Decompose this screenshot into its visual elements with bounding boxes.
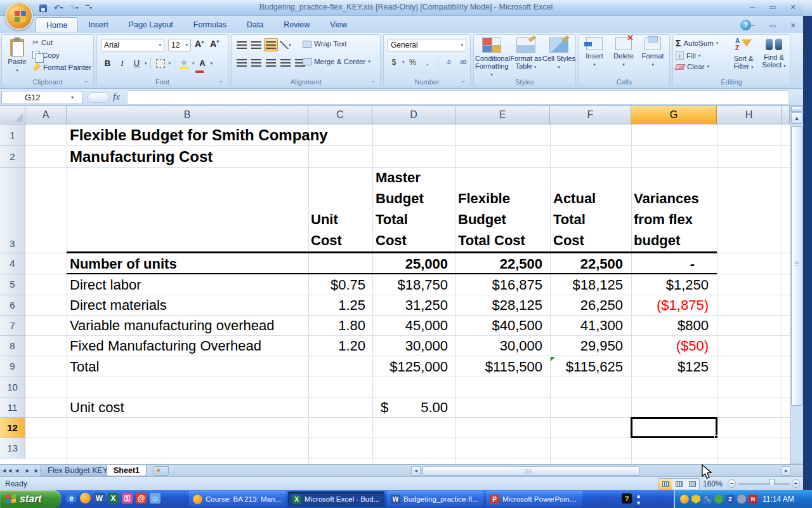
cut-button[interactable]: ✂Cut xyxy=(32,38,91,47)
tab-home[interactable]: Home xyxy=(36,17,78,32)
column-header-f[interactable]: F xyxy=(550,106,631,124)
page-break-view-button[interactable] xyxy=(686,479,699,490)
help-taskbar-icon[interactable]: ? xyxy=(622,493,632,504)
cell-b11[interactable]: Unit cost xyxy=(70,398,124,418)
zoom-slider-track[interactable] xyxy=(738,483,790,485)
tab-formulas[interactable]: Formulas xyxy=(183,17,237,32)
tab-insert[interactable]: Insert xyxy=(78,17,118,32)
cell-d3[interactable]: Master Budget Total Cost xyxy=(376,168,424,251)
cell-g5[interactable]: $1,250 xyxy=(631,274,709,295)
cell-d8[interactable]: 30,000 xyxy=(372,336,448,356)
scroll-right-arrow[interactable]: ► xyxy=(782,466,791,476)
scroll-left-arrow[interactable]: ◄ xyxy=(411,466,421,476)
column-header-g[interactable]: G xyxy=(631,106,717,124)
key-icon[interactable]: ⚿ xyxy=(122,493,133,504)
fill-button[interactable]: ↓Fill▾ xyxy=(676,51,718,60)
decrease-decimal-button[interactable]: .00 xyxy=(457,56,469,69)
font-color-button[interactable]: A xyxy=(196,57,209,70)
scrollbar-split-handle[interactable] xyxy=(791,106,802,112)
row-header-13[interactable]: 13 xyxy=(0,438,25,458)
tab-page-layout[interactable]: Page Layout xyxy=(119,17,183,32)
row-header-4[interactable]: 4 xyxy=(0,253,25,274)
cell-d11[interactable]: 5.00 xyxy=(372,398,448,418)
first-sheet-button[interactable]: ◄◄ xyxy=(1,466,11,476)
cell-d5[interactable]: $18,750 xyxy=(372,274,448,295)
cell-b7[interactable]: Variable manufacturing overhead xyxy=(70,316,274,336)
cell-e8[interactable]: 30,000 xyxy=(455,336,542,356)
column-header-d[interactable]: D xyxy=(372,106,455,124)
messenger-icon[interactable]: ☺ xyxy=(150,493,160,504)
taskbar-button-excel[interactable]: X Microsoft Excel - Bud... xyxy=(288,491,384,507)
bold-button[interactable]: B xyxy=(101,57,114,70)
cell-e7[interactable]: $40,500 xyxy=(455,316,542,336)
cell-d7[interactable]: 45,000 xyxy=(372,316,448,336)
selected-cell-g12[interactable] xyxy=(631,417,717,438)
cell-g6[interactable]: ($1,875) xyxy=(631,295,709,316)
fill-color-button[interactable] xyxy=(178,57,191,70)
grow-font-button[interactable]: A▴ xyxy=(195,39,204,49)
column-header-h[interactable]: H xyxy=(717,106,782,124)
row-header-5[interactable]: 5 xyxy=(0,274,25,295)
clear-button[interactable]: Clear▾ xyxy=(676,63,718,70)
cell-g4[interactable]: - xyxy=(631,253,695,274)
align-bottom-button[interactable] xyxy=(264,38,278,51)
number-dialog-launcher[interactable]: ⌐ xyxy=(462,78,469,85)
borders-button[interactable] xyxy=(154,57,167,70)
name-box-dropdown-icon[interactable]: ▾ xyxy=(71,95,74,100)
autosum-button[interactable]: ΣAutoSum▾ xyxy=(676,38,718,48)
row-header-7[interactable]: 7 xyxy=(0,316,25,336)
tray-z-icon[interactable]: Z xyxy=(726,495,735,504)
merge-center-button[interactable]: Merge & Center▾ xyxy=(303,58,370,65)
firefox-icon[interactable] xyxy=(80,493,91,504)
start-button[interactable]: start xyxy=(0,490,61,508)
font-size-combo[interactable]: 12▾ xyxy=(168,39,191,51)
sort-filter-button[interactable]: AZ Sort & Filter ▾ xyxy=(729,37,758,71)
column-header-a[interactable]: A xyxy=(25,106,67,124)
zoom-level[interactable]: 160% xyxy=(703,479,723,488)
font-dialog-launcher[interactable]: ⌐ xyxy=(219,78,226,85)
cell-c7[interactable]: 1.80 xyxy=(308,316,365,336)
row-header-1[interactable]: 1 xyxy=(0,124,25,146)
cell-f5[interactable]: $18,125 xyxy=(550,274,623,295)
select-all-corner[interactable] xyxy=(0,106,25,124)
fill-handle[interactable] xyxy=(714,435,718,439)
cell-d6[interactable]: 31,250 xyxy=(372,295,448,316)
office-button[interactable] xyxy=(5,2,33,30)
cell-b8[interactable]: Fixed Manufacturing Overhead xyxy=(70,336,261,356)
cell-e4[interactable]: 22,500 xyxy=(455,253,542,274)
align-left-button[interactable] xyxy=(235,56,249,69)
zoom-in-button[interactable]: + xyxy=(792,479,800,488)
scroll-up-arrow[interactable]: ▲ xyxy=(791,112,802,124)
cell-b1[interactable]: Flexible Budget for Smith Company xyxy=(70,124,328,146)
align-right-button[interactable] xyxy=(264,56,278,69)
orientation-button[interactable]: ▾ xyxy=(278,38,292,51)
cell-e9[interactable]: $115,500 xyxy=(455,356,542,377)
workbook-restore-button[interactable]: ▭ xyxy=(765,21,780,30)
cell-b9[interactable]: Total xyxy=(70,356,99,377)
tray-n-icon[interactable]: N xyxy=(749,495,757,504)
increase-decimal-button[interactable]: .0 xyxy=(442,56,455,69)
workbook-minimize-button[interactable]: ─ xyxy=(745,21,760,30)
conditional-formatting-button[interactable]: Conditional Formatting ▾ xyxy=(475,37,508,79)
cell-g3[interactable]: Variances from flex budget xyxy=(634,168,699,251)
align-center-button[interactable] xyxy=(249,56,263,69)
workbook-close-button[interactable]: ✕ xyxy=(785,21,801,30)
cell-g7[interactable]: $800 xyxy=(631,316,709,336)
row-header-8[interactable]: 8 xyxy=(0,336,25,356)
column-header-b[interactable]: B xyxy=(67,106,308,124)
vertical-scrollbar[interactable]: ▲ ▼ xyxy=(790,106,803,476)
cell-f9[interactable]: $115,625 xyxy=(550,356,623,377)
cell-e5[interactable]: $16,875 xyxy=(455,274,542,295)
cell-c6[interactable]: 1.25 xyxy=(308,295,365,316)
cell-f6[interactable]: 26,250 xyxy=(550,295,623,316)
cell-b5[interactable]: Direct labor xyxy=(70,274,141,295)
cell-f3[interactable]: Actual Total Cost xyxy=(553,168,596,251)
align-top-button[interactable] xyxy=(235,38,249,51)
excel-icon[interactable]: X xyxy=(108,493,119,504)
cell-c5[interactable]: $0.75 xyxy=(308,274,365,295)
find-select-button[interactable]: Find & Select ▾ xyxy=(759,37,789,70)
wrap-text-button[interactable]: Wrap Text xyxy=(303,40,346,48)
delete-cells-button[interactable]: Delete▾ xyxy=(610,37,638,69)
cell-styles-button[interactable]: Cell Styles ▾ xyxy=(542,37,575,71)
cell-b2[interactable]: Manufacturing Cost xyxy=(70,146,213,168)
